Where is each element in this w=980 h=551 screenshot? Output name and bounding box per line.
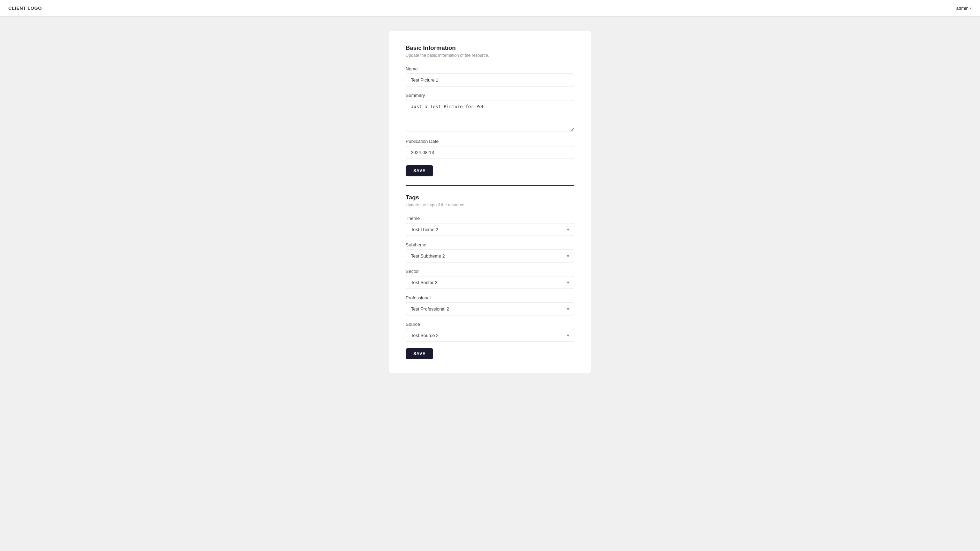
subtheme-select[interactable]: Test Subtheme 2	[406, 250, 574, 263]
source-select-wrapper: Test Source 2 ▼	[406, 329, 574, 342]
tags-title: Tags	[406, 194, 574, 201]
professional-field-group: Professional Test Professional 2 ▼	[406, 295, 574, 315]
pub-date-field-group: Publication Date	[406, 139, 574, 159]
summary-field-group: Summary	[406, 93, 574, 132]
tags-subtitle: Update the tags of the resource	[406, 202, 574, 207]
basic-info-subtitle: Update the basic information of the reso…	[406, 53, 574, 58]
summary-label: Summary	[406, 93, 574, 98]
subtheme-select-wrapper: Test Subtheme 2 ▼	[406, 250, 574, 263]
subtheme-label: Subtheme	[406, 242, 574, 247]
pub-date-label: Publication Date	[406, 139, 574, 144]
basic-info-title: Basic Information	[406, 45, 574, 52]
professional-select-wrapper: Test Professional 2 ▼	[406, 303, 574, 315]
sector-select-wrapper: Test Sector 2 ▼	[406, 276, 574, 289]
name-input[interactable]	[406, 73, 574, 86]
professional-select[interactable]: Test Professional 2	[406, 303, 574, 315]
user-menu[interactable]: admin ▾	[956, 6, 972, 11]
sector-field-group: Sector Test Sector 2 ▼	[406, 269, 574, 289]
professional-label: Professional	[406, 295, 574, 300]
basic-info-save-button[interactable]: SAVE	[406, 165, 433, 176]
source-select[interactable]: Test Source 2	[406, 329, 574, 342]
client-logo: CLIENT LOGO	[8, 6, 42, 11]
subtheme-field-group: Subtheme Test Subtheme 2 ▼	[406, 242, 574, 263]
page-content: Basic Information Update the basic infor…	[0, 17, 980, 387]
user-menu-chevron: ▾	[970, 6, 972, 10]
theme-field-group: Theme Test Theme 2 ▼	[406, 216, 574, 236]
theme-select-wrapper: Test Theme 2 ▼	[406, 223, 574, 236]
tags-save-button[interactable]: SAVE	[406, 348, 433, 359]
name-field-group: Name	[406, 66, 574, 86]
theme-select[interactable]: Test Theme 2	[406, 223, 574, 236]
sector-label: Sector	[406, 269, 574, 274]
theme-label: Theme	[406, 216, 574, 221]
summary-textarea[interactable]	[406, 100, 574, 131]
pub-date-input[interactable]	[406, 146, 574, 159]
section-divider	[406, 185, 574, 186]
main-card: Basic Information Update the basic infor…	[389, 31, 591, 373]
source-label: Source	[406, 322, 574, 327]
tags-section: Tags Update the tags of the resource The…	[406, 194, 574, 359]
basic-info-section: Basic Information Update the basic infor…	[406, 45, 574, 176]
source-field-group: Source Test Source 2 ▼	[406, 322, 574, 342]
navbar: CLIENT LOGO admin ▾	[0, 0, 980, 17]
username-label: admin	[956, 6, 969, 11]
name-label: Name	[406, 66, 574, 72]
sector-select[interactable]: Test Sector 2	[406, 276, 574, 289]
